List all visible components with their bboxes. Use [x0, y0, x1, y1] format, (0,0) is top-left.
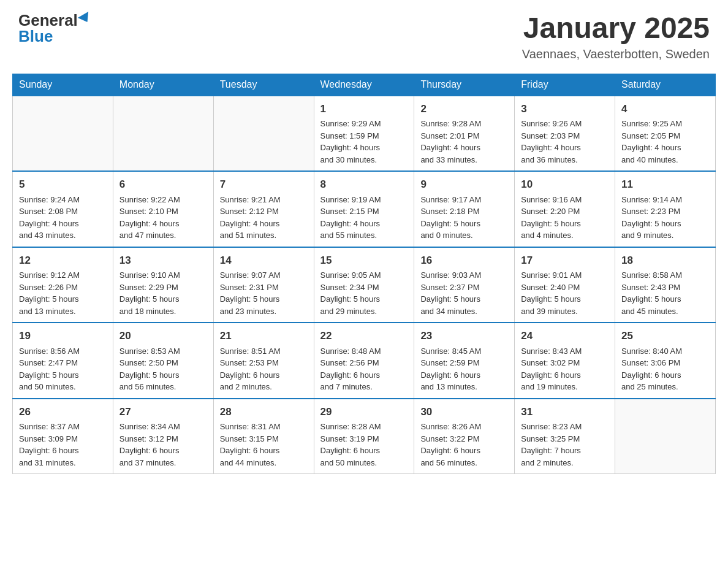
week-row: 12Sunrise: 9:12 AM Sunset: 2:26 PM Dayli…	[13, 247, 716, 323]
logo-general-text: General	[18, 12, 78, 28]
day-info: Sunrise: 9:26 AM Sunset: 2:03 PM Dayligh…	[521, 118, 609, 166]
day-number: 31	[521, 404, 609, 420]
day-info: Sunrise: 8:56 AM Sunset: 2:47 PM Dayligh…	[19, 345, 107, 393]
calendar-cell: 16Sunrise: 9:03 AM Sunset: 2:37 PM Dayli…	[414, 247, 515, 323]
weekday-header: Monday	[113, 74, 213, 96]
weekday-header: Saturday	[615, 74, 716, 96]
day-number: 20	[119, 328, 207, 344]
day-info: Sunrise: 8:28 AM Sunset: 3:19 PM Dayligh…	[320, 421, 408, 469]
calendar-cell: 14Sunrise: 9:07 AM Sunset: 2:31 PM Dayli…	[213, 247, 314, 323]
calendar-cell: 7Sunrise: 9:21 AM Sunset: 2:12 PM Daylig…	[213, 171, 314, 247]
day-info: Sunrise: 8:23 AM Sunset: 3:25 PM Dayligh…	[521, 421, 609, 469]
day-info: Sunrise: 8:37 AM Sunset: 3:09 PM Dayligh…	[19, 421, 107, 469]
calendar-cell: 4Sunrise: 9:25 AM Sunset: 2:05 PM Daylig…	[615, 96, 716, 172]
day-info: Sunrise: 8:58 AM Sunset: 2:43 PM Dayligh…	[621, 269, 709, 317]
week-row: 5Sunrise: 9:24 AM Sunset: 2:08 PM Daylig…	[13, 171, 716, 247]
day-info: Sunrise: 9:10 AM Sunset: 2:29 PM Dayligh…	[119, 269, 207, 317]
day-number: 11	[621, 177, 709, 193]
day-info: Sunrise: 9:21 AM Sunset: 2:12 PM Dayligh…	[220, 194, 308, 242]
day-number: 23	[420, 328, 508, 344]
calendar-cell	[13, 96, 113, 172]
day-number: 26	[19, 404, 107, 420]
calendar-cell: 18Sunrise: 8:58 AM Sunset: 2:43 PM Dayli…	[615, 247, 716, 323]
calendar-cell: 24Sunrise: 8:43 AM Sunset: 3:02 PM Dayli…	[515, 323, 615, 399]
calendar-cell: 10Sunrise: 9:16 AM Sunset: 2:20 PM Dayli…	[515, 171, 615, 247]
month-title: January 2025	[522, 12, 710, 45]
weekday-header: Friday	[515, 74, 615, 96]
calendar-cell: 8Sunrise: 9:19 AM Sunset: 2:15 PM Daylig…	[314, 171, 414, 247]
day-number: 25	[621, 328, 709, 344]
week-row: 19Sunrise: 8:56 AM Sunset: 2:47 PM Dayli…	[13, 323, 716, 399]
logo: General Blue	[18, 12, 91, 44]
weekday-header: Wednesday	[314, 74, 414, 96]
header: General Blue January 2025 Vaennaes, Vaes…	[0, 0, 728, 67]
calendar-cell: 13Sunrise: 9:10 AM Sunset: 2:29 PM Dayli…	[113, 247, 213, 323]
day-info: Sunrise: 9:25 AM Sunset: 2:05 PM Dayligh…	[621, 118, 709, 166]
day-info: Sunrise: 8:43 AM Sunset: 3:02 PM Dayligh…	[521, 345, 609, 393]
calendar-cell: 28Sunrise: 8:31 AM Sunset: 3:15 PM Dayli…	[213, 399, 314, 474]
calendar-cell: 1Sunrise: 9:29 AM Sunset: 1:59 PM Daylig…	[314, 96, 414, 172]
day-number: 9	[420, 177, 508, 193]
calendar-cell: 9Sunrise: 9:17 AM Sunset: 2:18 PM Daylig…	[414, 171, 515, 247]
calendar-cell: 31Sunrise: 8:23 AM Sunset: 3:25 PM Dayli…	[515, 399, 615, 474]
calendar-cell: 12Sunrise: 9:12 AM Sunset: 2:26 PM Dayli…	[13, 247, 113, 323]
day-number: 22	[320, 328, 408, 344]
day-info: Sunrise: 9:01 AM Sunset: 2:40 PM Dayligh…	[521, 269, 609, 317]
day-info: Sunrise: 8:40 AM Sunset: 3:06 PM Dayligh…	[621, 345, 709, 393]
calendar-cell: 21Sunrise: 8:51 AM Sunset: 2:53 PM Dayli…	[213, 323, 314, 399]
day-number: 1	[320, 101, 408, 117]
title-section: January 2025 Vaennaes, Vaesterbotten, Sw…	[522, 12, 710, 61]
day-info: Sunrise: 9:16 AM Sunset: 2:20 PM Dayligh…	[521, 194, 609, 242]
calendar-cell: 27Sunrise: 8:34 AM Sunset: 3:12 PM Dayli…	[113, 399, 213, 474]
calendar-cell: 15Sunrise: 9:05 AM Sunset: 2:34 PM Dayli…	[314, 247, 414, 323]
week-row: 26Sunrise: 8:37 AM Sunset: 3:09 PM Dayli…	[13, 399, 716, 474]
calendar-cell: 22Sunrise: 8:48 AM Sunset: 2:56 PM Dayli…	[314, 323, 414, 399]
day-number: 21	[220, 328, 308, 344]
weekday-header: Sunday	[13, 74, 113, 96]
calendar-cell	[113, 96, 213, 172]
day-info: Sunrise: 8:34 AM Sunset: 3:12 PM Dayligh…	[119, 421, 207, 469]
calendar-cell: 17Sunrise: 9:01 AM Sunset: 2:40 PM Dayli…	[515, 247, 615, 323]
day-number: 18	[621, 253, 709, 269]
day-info: Sunrise: 9:03 AM Sunset: 2:37 PM Dayligh…	[420, 269, 508, 317]
day-info: Sunrise: 8:26 AM Sunset: 3:22 PM Dayligh…	[420, 421, 508, 469]
logo-blue-text: Blue	[18, 28, 53, 44]
week-row: 1Sunrise: 9:29 AM Sunset: 1:59 PM Daylig…	[13, 96, 716, 172]
calendar-cell: 6Sunrise: 9:22 AM Sunset: 2:10 PM Daylig…	[113, 171, 213, 247]
calendar: SundayMondayTuesdayWednesdayThursdayFrid…	[12, 74, 716, 475]
day-info: Sunrise: 8:31 AM Sunset: 3:15 PM Dayligh…	[220, 421, 308, 469]
day-info: Sunrise: 8:45 AM Sunset: 2:59 PM Dayligh…	[420, 345, 508, 393]
calendar-cell: 11Sunrise: 9:14 AM Sunset: 2:23 PM Dayli…	[615, 171, 716, 247]
day-number: 13	[119, 253, 207, 269]
day-info: Sunrise: 9:19 AM Sunset: 2:15 PM Dayligh…	[320, 194, 408, 242]
logo-triangle-icon	[78, 12, 93, 25]
calendar-cell: 26Sunrise: 8:37 AM Sunset: 3:09 PM Dayli…	[13, 399, 113, 474]
day-info: Sunrise: 9:28 AM Sunset: 2:01 PM Dayligh…	[420, 118, 508, 166]
weekday-header-row: SundayMondayTuesdayWednesdayThursdayFrid…	[13, 74, 716, 96]
day-info: Sunrise: 8:51 AM Sunset: 2:53 PM Dayligh…	[220, 345, 308, 393]
weekday-header: Thursday	[414, 74, 515, 96]
day-info: Sunrise: 9:17 AM Sunset: 2:18 PM Dayligh…	[420, 194, 508, 242]
day-number: 19	[19, 328, 107, 344]
calendar-cell: 29Sunrise: 8:28 AM Sunset: 3:19 PM Dayli…	[314, 399, 414, 474]
weekday-header: Tuesday	[213, 74, 314, 96]
day-number: 6	[119, 177, 207, 193]
calendar-cell: 20Sunrise: 8:53 AM Sunset: 2:50 PM Dayli…	[113, 323, 213, 399]
calendar-cell	[615, 399, 716, 474]
day-number: 29	[320, 404, 408, 420]
calendar-cell: 23Sunrise: 8:45 AM Sunset: 2:59 PM Dayli…	[414, 323, 515, 399]
day-number: 17	[521, 253, 609, 269]
day-number: 12	[19, 253, 107, 269]
calendar-cell: 30Sunrise: 8:26 AM Sunset: 3:22 PM Dayli…	[414, 399, 515, 474]
calendar-cell: 25Sunrise: 8:40 AM Sunset: 3:06 PM Dayli…	[615, 323, 716, 399]
day-info: Sunrise: 9:29 AM Sunset: 1:59 PM Dayligh…	[320, 118, 408, 166]
day-info: Sunrise: 9:07 AM Sunset: 2:31 PM Dayligh…	[220, 269, 308, 317]
day-number: 27	[119, 404, 207, 420]
day-number: 2	[420, 101, 508, 117]
day-info: Sunrise: 8:53 AM Sunset: 2:50 PM Dayligh…	[119, 345, 207, 393]
day-info: Sunrise: 8:48 AM Sunset: 2:56 PM Dayligh…	[320, 345, 408, 393]
day-number: 28	[220, 404, 308, 420]
calendar-cell	[213, 96, 314, 172]
location-title: Vaennaes, Vaesterbotten, Sweden	[522, 47, 710, 61]
calendar-cell: 5Sunrise: 9:24 AM Sunset: 2:08 PM Daylig…	[13, 171, 113, 247]
